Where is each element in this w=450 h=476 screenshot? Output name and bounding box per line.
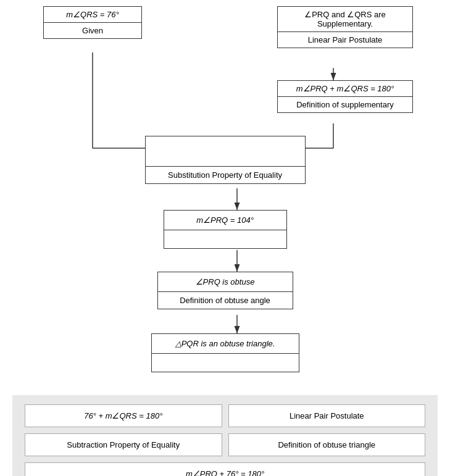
linear-pair-postulate: Linear Pair Postulate (277, 32, 413, 48)
prq-equation: m∠PRQ = 104° (164, 210, 287, 230)
definition-obtuse-angle: Definition of obtuse angle (157, 292, 293, 309)
obtuse-box: ∠PRQ is obtuse Definition of obtuse angl… (157, 272, 293, 309)
prq-104-box: m∠PRQ = 104° (164, 210, 287, 249)
flowchart: m∠QRS = 76° Given ∠PRQ and ∠QRS are Supp… (12, 6, 438, 389)
definition-supplementary: Definition of supplementary (277, 97, 413, 113)
triangle-box: △PQR is an obtuse triangle. (151, 333, 299, 372)
answer-item-4[interactable]: Definition of obtuse triangle (228, 433, 426, 456)
substitution-blank (145, 136, 306, 167)
substitution-label: Substitution Property of Equality (145, 167, 306, 184)
given-box: m∠QRS = 76° Given (43, 6, 142, 39)
given-label: Given (43, 23, 142, 39)
given-equation: m∠QRS = 76° (43, 6, 142, 23)
triangle-blank (151, 354, 299, 372)
substitution-box: Substitution Property of Equality (145, 136, 306, 184)
main-content: m∠QRS = 76° Given ∠PRQ and ∠QRS are Supp… (0, 0, 450, 476)
obtuse-statement: ∠PRQ is obtuse (157, 272, 293, 292)
supplementary-text: ∠PRQ and ∠QRS are Supplementary. (277, 6, 413, 32)
sum-box: m∠PRQ + m∠QRS = 180° Definition of suppl… (277, 80, 413, 113)
triangle-statement: △PQR is an obtuse triangle. (151, 333, 299, 354)
supplementary-box: ∠PRQ and ∠QRS are Supplementary. Linear … (277, 6, 413, 48)
answer-item-2[interactable]: Linear Pair Postulate (228, 404, 426, 427)
answer-item-5[interactable]: m∠PRQ + 76° = 180° (25, 462, 425, 476)
sum-equation: m∠PRQ + m∠QRS = 180° (277, 80, 413, 97)
answer-item-3[interactable]: Subtraction Property of Equality (25, 433, 222, 456)
prq-blank (164, 230, 287, 249)
answer-bank: 76° + m∠QRS = 180° Linear Pair Postulate… (12, 395, 438, 476)
answer-item-1[interactable]: 76° + m∠QRS = 180° (25, 404, 222, 427)
